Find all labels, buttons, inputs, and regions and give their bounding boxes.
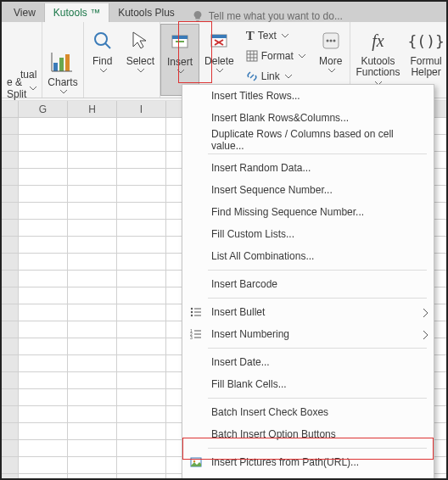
cell[interactable] [68, 135, 117, 152]
cell[interactable] [19, 237, 68, 254]
cell[interactable] [117, 287, 166, 304]
cell[interactable] [19, 406, 68, 423]
cell[interactable] [19, 118, 68, 135]
cell[interactable] [117, 338, 166, 355]
tab-kutools[interactable]: Kutools ™ [44, 3, 109, 22]
cell[interactable] [19, 186, 68, 203]
cell[interactable] [117, 389, 166, 406]
cell[interactable] [68, 321, 117, 338]
menu-item-fill-custom-lists[interactable]: Fill Custom Lists... [182, 223, 434, 245]
row-header[interactable] [2, 169, 19, 186]
menu-item-batch-insert-option-buttons[interactable]: Batch Insert Option Buttons [182, 423, 434, 445]
menu-item-fill-blank-cells[interactable]: Fill Blank Cells... [182, 373, 434, 395]
cell[interactable] [68, 423, 117, 440]
menu-item-find-missing-sequence-number[interactable]: Find Missing Sequence Number... [182, 201, 434, 223]
cell[interactable] [117, 237, 166, 254]
cell[interactable] [19, 457, 68, 474]
row-header[interactable] [2, 389, 19, 406]
cell[interactable] [19, 474, 68, 480]
row-header[interactable] [2, 304, 19, 321]
row-header[interactable] [2, 372, 19, 389]
col-header-h[interactable]: H [68, 101, 117, 118]
row-header[interactable] [2, 186, 19, 203]
select-all-corner[interactable] [2, 101, 19, 118]
cell[interactable] [68, 338, 117, 355]
menu-item-insert-random-data[interactable]: Insert Random Data... [182, 157, 434, 179]
cell[interactable] [68, 186, 117, 203]
find-button[interactable]: Find [84, 24, 121, 96]
cell[interactable] [68, 304, 117, 321]
cell[interactable] [68, 203, 117, 220]
cell[interactable] [19, 338, 68, 355]
row-header[interactable] [2, 355, 19, 372]
cell[interactable] [68, 118, 117, 135]
menu-item-batch-insert-check-boxes[interactable]: Batch Insert Check Boxes [182, 401, 434, 423]
cell[interactable] [19, 152, 68, 169]
menu-item-insert-sequence-number[interactable]: Insert Sequence Number... [182, 179, 434, 201]
cell[interactable] [117, 474, 166, 480]
cell[interactable] [117, 152, 166, 169]
cell[interactable] [68, 152, 117, 169]
format-menu[interactable]: Format [243, 47, 309, 64]
cell[interactable] [19, 321, 68, 338]
cell[interactable] [68, 271, 117, 287]
cell[interactable] [117, 118, 166, 135]
cell[interactable] [19, 423, 68, 440]
row-header[interactable] [2, 474, 19, 480]
text-menu[interactable]: T Text [243, 27, 309, 44]
cell[interactable] [117, 440, 166, 457]
cell[interactable] [68, 287, 117, 304]
cell[interactable] [19, 389, 68, 406]
cell[interactable] [68, 237, 117, 254]
cell[interactable] [117, 372, 166, 389]
cell[interactable] [68, 372, 117, 389]
tell-me-search[interactable]: Tell me what you want to do... [192, 10, 446, 22]
cell[interactable] [19, 304, 68, 321]
cell[interactable] [19, 254, 68, 271]
row-header[interactable] [2, 271, 19, 287]
cell[interactable] [117, 321, 166, 338]
menu-item-insert-titles-rows[interactable]: Insert Titles Rows... [182, 85, 434, 107]
tab-kutools-plus[interactable]: Kutools Plus [109, 3, 183, 22]
col-header-i[interactable]: I [117, 101, 166, 118]
menu-item-list-all-combinations[interactable]: List All Combinations... [182, 245, 434, 267]
cell[interactable] [68, 355, 117, 372]
row-header[interactable] [2, 440, 19, 457]
row-header[interactable] [2, 254, 19, 271]
charts-button[interactable]: Charts [42, 45, 82, 96]
cell[interactable] [68, 474, 117, 480]
row-header[interactable] [2, 406, 19, 423]
menu-item-insert-watermark[interactable]: Insert Watermark... [182, 473, 434, 480]
cell[interactable] [68, 254, 117, 271]
cell[interactable] [117, 355, 166, 372]
cell[interactable] [68, 457, 117, 474]
cell[interactable] [68, 389, 117, 406]
link-menu[interactable]: Link [243, 68, 309, 85]
menu-item-duplicate-rows-columns-based-on-cell-value[interactable]: Duplicate Rows / Columns based on cell v… [182, 129, 434, 151]
cell[interactable] [117, 406, 166, 423]
cell[interactable] [117, 457, 166, 474]
cell[interactable] [117, 271, 166, 287]
row-header[interactable] [2, 237, 19, 254]
row-header[interactable] [2, 423, 19, 440]
col-header-g[interactable]: G [19, 101, 68, 118]
row-header[interactable] [2, 135, 19, 152]
menu-item-insert-numbering[interactable]: 123Insert Numbering [182, 323, 434, 345]
menu-item-insert-blank-rows-columns[interactable]: Insert Blank Rows&Columns... [182, 107, 434, 129]
row-header[interactable] [2, 118, 19, 135]
row-header[interactable] [2, 457, 19, 474]
ribbon-frag-e-and-split[interactable]: e & Split [7, 76, 26, 100]
cell[interactable] [117, 203, 166, 220]
cell[interactable] [68, 220, 117, 237]
cell[interactable] [19, 135, 68, 152]
cell[interactable] [19, 203, 68, 220]
row-header[interactable] [2, 287, 19, 304]
menu-item-insert-barcode[interactable]: Insert Barcode [182, 273, 434, 295]
cell[interactable] [19, 440, 68, 457]
cell[interactable] [117, 186, 166, 203]
cell[interactable] [19, 287, 68, 304]
select-button[interactable]: Select [121, 24, 160, 96]
menu-item-insert-date[interactable]: Insert Date... [182, 351, 434, 373]
cell[interactable] [19, 271, 68, 287]
cell[interactable] [68, 440, 117, 457]
